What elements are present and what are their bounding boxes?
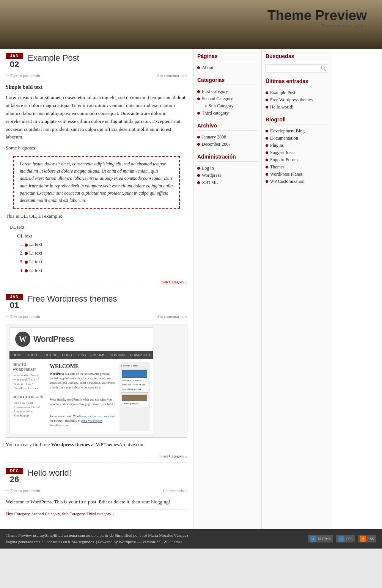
post-content: Welcome to WordPress. This is your first… xyxy=(6,498,187,506)
cat-link-first[interactable]: First Category xyxy=(6,511,30,516)
post-screenshot-image: W WordPress HOME ABOUT EXTEND DOCS BLOG … xyxy=(6,324,187,438)
wp-body-area: NEW TO WORDPRESS? • what is WordPress? •… xyxy=(9,359,153,434)
post-title-link[interactable]: Free Wordpress themes xyxy=(28,294,117,303)
cat-link[interactable]: Second Category xyxy=(202,96,233,102)
xhtml-badge[interactable]: X XHTML xyxy=(308,535,333,542)
blogroll-link[interactable]: WP Customization xyxy=(270,179,305,184)
list-item: Hello world! xyxy=(266,104,328,111)
site-header: Theme Preview Theme preview tagline xyxy=(0,0,382,49)
recent-post-link[interactable]: Example Post xyxy=(270,90,295,96)
widget-archive: Archivo January 2008 December 2007 xyxy=(197,123,258,148)
blogroll-link[interactable]: Suggest Ideas xyxy=(270,150,295,156)
post-ul-ol-label: This is UL, OL, LI example: xyxy=(6,212,187,220)
list-item: Third category xyxy=(197,110,258,117)
site-tagline: Theme preview tagline xyxy=(267,24,367,29)
li-bullet xyxy=(25,269,28,272)
rss-badge[interactable]: R RSS xyxy=(358,535,376,542)
admin-list: Log in Wordpress XHTML xyxy=(197,165,258,186)
blogroll-list: Development Blog Documentation Plugins S… xyxy=(266,127,328,185)
xhtml-icon: X xyxy=(310,536,316,542)
post-author: ✏ Escrito por admin xyxy=(6,314,40,319)
page-link-about[interactable]: About xyxy=(202,65,213,71)
post-title-link[interactable]: Example Post xyxy=(28,53,79,63)
post-comments[interactable]: Sin comentarios » xyxy=(157,314,187,319)
archive-list: January 2008 December 2007 xyxy=(197,134,258,148)
recent-post-link[interactable]: Hello world! xyxy=(270,104,294,110)
blogroll-link[interactable]: Plugins xyxy=(270,143,284,148)
blogroll-link[interactable]: WordPress Planet xyxy=(270,171,302,177)
cat-link[interactable]: Third category xyxy=(202,110,229,116)
list-item: December 2007 xyxy=(197,141,258,148)
blogroll-link[interactable]: Development Blog xyxy=(270,128,305,134)
list-item: WordPress Planet xyxy=(266,171,328,178)
blogroll-link[interactable]: Themes xyxy=(270,164,285,170)
list-item: Second Category xyxy=(197,95,258,102)
post-example-post: JAN 02 Example Post ✏ Escrito por admin … xyxy=(6,53,187,288)
post-meta: ✏ Escrito por admin 1 comentario » xyxy=(6,488,187,495)
wp-sidebar-mini: NEW TO WORDPRESS? • what is WordPress? •… xyxy=(13,362,47,431)
list-item: XHTML xyxy=(197,179,258,186)
post-title[interactable]: Example Post xyxy=(28,53,79,63)
footer-badges: X XHTML C CSS R RSS xyxy=(308,535,376,542)
admin-login-link[interactable]: Log in xyxy=(202,165,214,171)
list-item: Plugins xyxy=(266,142,328,149)
post-paragraph: Welcome to WordPress. This is your first… xyxy=(6,498,187,506)
admin-xhtml-link[interactable]: XHTML xyxy=(202,180,218,186)
post-category-link[interactable]: Sub Category xyxy=(162,280,184,284)
post-title-link[interactable]: Hello world! xyxy=(28,468,71,478)
blogroll-link[interactable]: Documentation xyxy=(270,135,298,141)
rss-icon: R xyxy=(360,536,366,542)
post-title[interactable]: Hello world! xyxy=(28,468,71,478)
footer-text: Theme Preview usa mySimplified un tema c… xyxy=(6,532,189,546)
list-item: Support Forum xyxy=(266,156,328,164)
list-item: About xyxy=(197,64,258,71)
admin-wordpress-link[interactable]: Wordpress xyxy=(202,173,221,178)
post-day: 02 xyxy=(6,59,23,70)
post-content: W WordPress HOME ABOUT EXTEND DOCS BLOG … xyxy=(6,324,187,449)
archive-link-dec2007[interactable]: December 2007 xyxy=(202,141,231,147)
cat-link-third[interactable]: Third category xyxy=(86,511,111,516)
list-item: First Category xyxy=(197,88,258,95)
widget-admin: Administración Log in Wordpress XHTML xyxy=(197,154,258,186)
post-date-box: JAN 01 xyxy=(6,294,23,311)
blogroll-link[interactable]: Support Forum xyxy=(270,157,298,163)
cat-link-second[interactable]: Second Category xyxy=(31,511,60,516)
recent-posts-list: Example Post Free Wordpress themes Hello… xyxy=(266,89,328,111)
post-comments[interactable]: 1 comentario » xyxy=(162,488,187,493)
css-label: CSS xyxy=(346,537,352,541)
list-item: Wordpress xyxy=(197,172,258,179)
archive-link-jan2008[interactable]: January 2008 xyxy=(202,134,226,140)
search-input[interactable] xyxy=(266,64,328,72)
post-title[interactable]: Free Wordpress themes xyxy=(28,294,117,304)
sidebar-left: Páginas About Categorías First Category … xyxy=(193,49,262,529)
list-item-sub: Sub Category xyxy=(197,102,258,110)
post-date-box: DEC 26 xyxy=(6,468,23,485)
list-item: WP Customization xyxy=(266,178,328,185)
post-content: Simple bold text Lorem ipsum dolor sit a… xyxy=(6,83,187,275)
list-item: Suggest Ideas xyxy=(266,149,328,156)
post-day: 01 xyxy=(6,300,23,311)
list-item: Themes xyxy=(266,164,328,171)
post-comments[interactable]: Sin comentarios » xyxy=(157,73,187,78)
wp-nav-docs: DOCS xyxy=(62,352,72,358)
post-month: DEC xyxy=(6,468,23,474)
cat-link-sub[interactable]: Sub Category xyxy=(62,511,84,516)
post-month: JAN xyxy=(6,294,23,300)
css-badge[interactable]: C CSS xyxy=(336,535,355,542)
header-title-area: Theme Preview Theme preview tagline xyxy=(267,8,367,29)
cat-link-sub[interactable]: Sub Category xyxy=(209,103,234,109)
list-item: January 2008 xyxy=(197,134,258,141)
rss-label: RSS xyxy=(367,537,374,541)
wp-nav-hosting: HOSTING xyxy=(110,352,126,358)
post-category-link[interactable]: First Category xyxy=(160,454,184,458)
recent-post-link[interactable]: Free Wordpress themes xyxy=(270,97,313,103)
css-icon: C xyxy=(338,536,344,542)
cat-link[interactable]: First Category xyxy=(202,89,228,94)
post-category-footer: Sub Category » xyxy=(6,278,187,284)
list-item: Li text xyxy=(25,258,187,266)
site-footer: Theme Preview usa mySimplified un tema c… xyxy=(0,529,382,549)
wp-nav-download: DOWNLOAD xyxy=(130,352,150,358)
wp-logo-text: WordPress xyxy=(33,332,74,346)
post-paragraph-2: You can easy find free Wordpress themes … xyxy=(6,441,187,449)
wp-nav-blog: BLOG xyxy=(77,352,86,358)
